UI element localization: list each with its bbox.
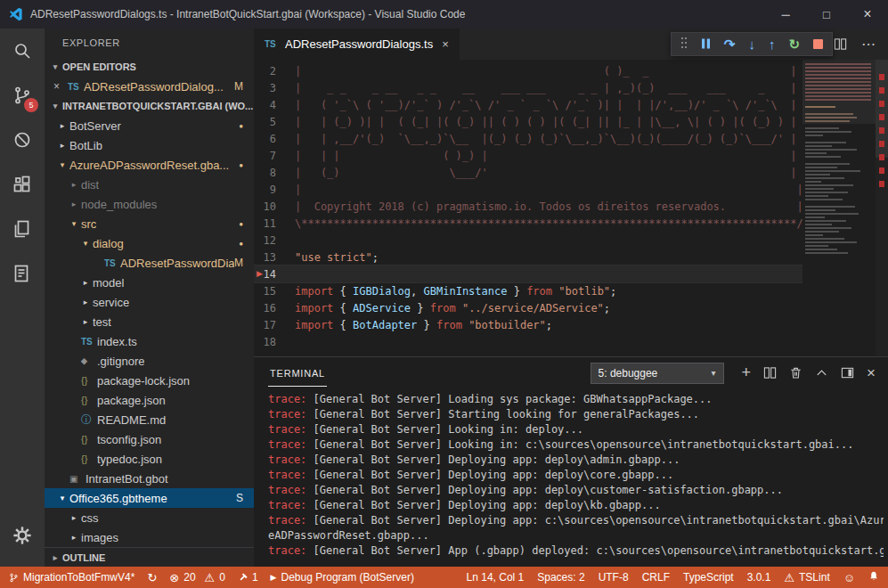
activity-search[interactable]	[0, 29, 45, 73]
minimap-slider[interactable]	[802, 60, 876, 124]
code-line-2[interactable]: 2| ( )_ _ |	[254, 62, 802, 79]
cursor-position[interactable]: Ln 14, Col 1	[467, 571, 525, 584]
editor-scrollbar[interactable]	[876, 60, 888, 356]
close-button[interactable]: ×	[847, 0, 888, 29]
tree-item-src[interactable]: ▾src●	[45, 214, 254, 233]
indentation-setting[interactable]: Spaces: 2	[537, 571, 584, 584]
activity-files[interactable]	[0, 207, 45, 251]
code-line-3[interactable]: 3| _ _ _ __ _ _ __ ___ ___ _ _ | ,_)(_) …	[254, 79, 802, 96]
outline-header[interactable]: ▸ OUTLINE	[45, 547, 254, 567]
scm-badge: 5	[24, 98, 38, 112]
close-editor-icon[interactable]: ×	[53, 80, 68, 93]
step-over-button[interactable]: ↷	[724, 37, 736, 51]
tree-item-package-lock-json[interactable]: {}package-lock.json	[45, 371, 254, 390]
tree-item-index-ts[interactable]: TSindex.ts	[45, 331, 254, 351]
tree-item-test[interactable]: ▸test	[45, 312, 254, 331]
tree-item-tsconfig-json[interactable]: {}tsconfig.json	[45, 429, 254, 449]
encoding-setting[interactable]: UTF-8	[599, 571, 629, 584]
code-line-8[interactable]: 8| (_) \___/' |	[254, 164, 802, 181]
tree-item-label: package.json	[97, 394, 166, 407]
tree-item-model[interactable]: ▸model	[45, 273, 254, 292]
open-editors-header[interactable]: ▾ OPEN EDITORS	[45, 57, 254, 77]
stop-button[interactable]	[813, 37, 823, 53]
terminal-output[interactable]: trace: [General Bot Server] Loading sys …	[268, 393, 884, 565]
code-line-15[interactable]: 15import { IGBDialog, GBMinInstance } fr…	[254, 282, 802, 299]
panel-position-icon[interactable]	[841, 366, 854, 380]
tab-adresetpassworddialogs[interactable]: TS ADResetPasswordDialogs.ts ×	[254, 29, 460, 60]
code-line-7[interactable]: 7| | | ( )_) | |	[254, 147, 802, 164]
tab-terminal[interactable]: TERMINAL	[268, 360, 327, 387]
open-editor-item[interactable]: × TS ADResetPasswordDialog... M	[45, 77, 254, 96]
tree-item-label: BotLib	[69, 139, 102, 152]
close-panel-icon[interactable]: ×	[867, 364, 876, 382]
tree-item-typedoc-json[interactable]: {}typedoc.json	[45, 449, 254, 469]
tree-item-dist[interactable]: ▸dist	[45, 175, 254, 194]
step-into-button[interactable]: ↓	[748, 37, 755, 51]
new-terminal-icon[interactable]: +	[742, 363, 752, 382]
tree-item-css[interactable]: ▸css	[45, 508, 254, 527]
log-text: [General Bot Server] Loading sys package…	[306, 393, 712, 405]
more-actions-icon[interactable]: ⋯	[861, 36, 876, 53]
tree-item-office365-gbtheme[interactable]: ▾Office365.gbthemeS	[45, 488, 254, 508]
twistie-collapsed-icon: ▸	[67, 180, 81, 189]
tree-item-service[interactable]: ▸service	[45, 292, 254, 312]
code-line-5[interactable]: 5| | (_) )| | ( (_| |( (_) || ( ) ( ) |(…	[254, 113, 802, 130]
code-line-12[interactable]: 12	[254, 232, 802, 249]
tasks-item[interactable]: 1	[238, 571, 258, 584]
restart-button[interactable]: ↻	[788, 37, 800, 51]
typescript-version[interactable]: 3.0.1	[747, 571, 771, 584]
warning-icon: ⚠	[205, 572, 216, 584]
maximize-panel-icon[interactable]	[815, 366, 828, 380]
git-branch-item[interactable]: MigrationToBotFmwV4*	[9, 571, 134, 584]
code-line-17[interactable]: 17import { BotAdapter } from "botbuilder…	[254, 316, 802, 333]
settings-gear-button[interactable]	[0, 513, 45, 558]
code-line-11[interactable]: 11\*************************************…	[254, 215, 802, 232]
notifications-bell-icon[interactable]	[868, 570, 879, 584]
tree-item-images[interactable]: ▸images	[45, 527, 254, 547]
git-status-badge: M	[234, 257, 254, 269]
activity-debug[interactable]	[0, 118, 45, 162]
tree-item-botserver[interactable]: ▸BotServer●	[45, 116, 254, 135]
code-line-14[interactable]: ▶14	[254, 265, 802, 282]
code-line-6[interactable]: 6| | ,__/'(_) `\__,_)`\__ |(_) (_) (_)`\…	[254, 130, 802, 147]
activity-edit[interactable]	[0, 251, 45, 296]
workspace-folder-header[interactable]: ▾ INTRANETBOTQUICKSTART.GBAI (WO...	[45, 96, 254, 116]
step-out-button[interactable]: ↑	[769, 37, 776, 51]
tslint-item[interactable]: ⚠ TSLint	[784, 571, 829, 584]
code-line-16[interactable]: 16import { ADService } from "../service/…	[254, 299, 802, 316]
debug-status-item[interactable]: ▶ Debug Program (BotServer)	[271, 571, 414, 584]
tree-item-gitignore[interactable]: ◆.gitignore	[45, 351, 254, 371]
tree-item-azureadpasswordreset-gba[interactable]: ▾AzureADPasswordReset.gba...●	[45, 155, 254, 175]
activity-extensions[interactable]	[0, 162, 45, 207]
code-line-13[interactable]: 13"use strict";	[254, 249, 802, 265]
problems-item[interactable]: ⊗ 20 ⚠ 0	[169, 571, 225, 584]
eol-setting[interactable]: CRLF	[642, 571, 670, 584]
minimap[interactable]	[802, 60, 876, 356]
language-mode[interactable]: TypeScript	[683, 571, 734, 584]
kill-terminal-icon[interactable]	[789, 366, 802, 380]
pause-button[interactable]	[701, 37, 711, 53]
close-tab-icon[interactable]: ×	[442, 37, 449, 51]
sync-button[interactable]: ↻	[147, 572, 157, 584]
activity-source-control[interactable]: 5	[0, 73, 45, 118]
tree-item-botlib[interactable]: ▸BotLib	[45, 135, 254, 155]
tree-item-package-json[interactable]: {}package.json	[45, 390, 254, 410]
tree-item-intranetbot-gbot[interactable]: ▣IntranetBot.gbot	[45, 469, 254, 488]
split-terminal-icon[interactable]	[763, 366, 777, 380]
code-editor[interactable]: 2| ( )_ _ |3| _ _ _ __ _ _ __ ___ ___ _ …	[254, 60, 888, 356]
tree-item-readme-md[interactable]: ⓘREADME.md	[45, 410, 254, 429]
feedback-smiley-icon[interactable]: ☺	[843, 572, 855, 584]
code-line-9[interactable]: 9| |	[254, 181, 802, 198]
code-line-18[interactable]: 18	[254, 333, 802, 350]
maximize-button[interactable]: □	[806, 0, 847, 29]
code-line-10[interactable]: 10| Copyright 2018 (c) pragmatismo.io. T…	[254, 198, 802, 215]
tree-item-node-modules[interactable]: ▸node_modules	[45, 194, 254, 214]
terminal-selector[interactable]: 5: debuggee ▾	[591, 363, 724, 384]
split-editor-icon[interactable]	[834, 37, 847, 51]
tree-item-adresetpassworddial[interactable]: TSADResetPasswordDial...M	[45, 253, 254, 273]
tree-item-dialog[interactable]: ▾dialog●	[45, 233, 254, 253]
log-text: [General Bot Server] Deploying app: depl…	[306, 469, 673, 481]
minimize-button[interactable]: ─	[765, 0, 806, 29]
code-line-4[interactable]: 4| ( '_`\ ( '__)/'_` ) /'_`\ /' _ ` _ `\…	[254, 96, 802, 113]
drag-grip-icon[interactable]	[680, 37, 688, 53]
